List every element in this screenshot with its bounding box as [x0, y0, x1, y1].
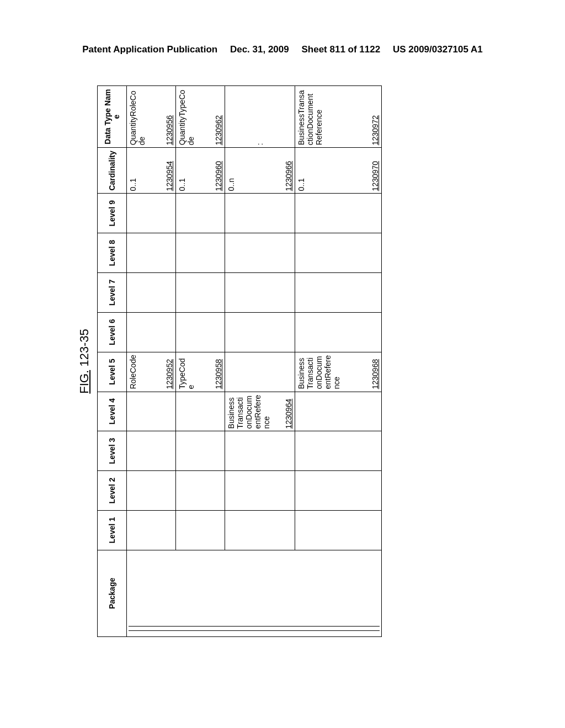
cell-l2	[127, 471, 176, 511]
cell-l7	[225, 273, 295, 313]
cell-l7	[176, 273, 225, 313]
cell-l5: BusinessTransactionDocumentReference 123…	[295, 352, 382, 392]
cell-l3	[176, 431, 225, 471]
cell-package	[127, 550, 382, 636]
cell-card-ref: 1230960	[214, 150, 223, 191]
cell-l2	[225, 471, 295, 511]
cell-l6	[295, 312, 382, 352]
cell-dtype-ref: 1230972	[371, 88, 380, 145]
col-cardinality: Cardinality	[98, 148, 127, 194]
cell-dtype-text: :	[255, 88, 264, 145]
cell-dtype: BusinessTransactionDocumentReference 123…	[295, 86, 382, 148]
cell-l5-text: BusinessTransactionDocumentReference	[297, 355, 341, 389]
col-level-5: Level 5	[98, 352, 127, 392]
cell-dtype-text: QuantityTypeCode	[178, 88, 195, 145]
figure-label-prefix: FIG.	[77, 370, 91, 394]
cell-card: 0..n 1230966	[225, 148, 295, 194]
cell-l7	[295, 273, 382, 313]
data-table: Package Level 1 Level 2 Level 3 Level 4 …	[97, 85, 382, 637]
col-package: Package	[98, 550, 127, 636]
cell-l3	[127, 431, 176, 471]
cell-l4-ref: 1230964	[284, 394, 293, 429]
col-level-7: Level 7	[98, 273, 127, 313]
col-level-4: Level 4	[98, 392, 127, 431]
cell-dtype: QuantityRoleCode 1230956	[127, 86, 176, 148]
cell-l4	[127, 392, 176, 431]
cell-card-text: 0..1	[178, 150, 186, 191]
cell-l3	[225, 431, 295, 471]
cell-l7	[127, 273, 176, 313]
cell-l9	[127, 194, 176, 233]
cell-card: 0..1 1230954	[127, 148, 176, 194]
cell-l2	[176, 471, 225, 511]
cell-l1	[176, 511, 225, 550]
cell-l4: BusinessTransactionDocumentReference 123…	[225, 392, 295, 431]
cell-l4	[295, 392, 382, 431]
cell-l8	[295, 233, 382, 273]
cell-dtype: :	[225, 86, 295, 148]
cell-l9	[225, 194, 295, 233]
cell-l1	[225, 511, 295, 550]
cell-card-text: 0..n	[227, 150, 236, 191]
cell-l5: RoleCode 1230952	[127, 352, 176, 392]
cell-card-text: 0..1	[129, 150, 137, 191]
header-left: Patent Application Publication	[82, 44, 217, 55]
col-data-type-name: Data Type Name	[98, 86, 127, 148]
cell-dtype-text: QuantityRoleCode	[129, 88, 146, 145]
col-level-8: Level 8	[98, 233, 127, 273]
cell-l5: TypeCode 1230958	[176, 352, 225, 392]
cell-card-ref: 1230970	[371, 150, 380, 191]
cell-l4	[176, 392, 225, 431]
cell-l1	[127, 511, 176, 550]
cell-l3	[295, 431, 382, 471]
table-row: RoleCode 1230952 0..1 1230954	[127, 86, 176, 637]
cell-l6	[176, 312, 225, 352]
col-level-1: Level 1	[98, 511, 127, 550]
cell-l5-text: RoleCode	[129, 355, 137, 389]
cell-card-text: 0..1	[297, 150, 306, 191]
cell-card: 0..1 1230960	[176, 148, 225, 194]
col-level-6: Level 6	[98, 312, 127, 352]
cell-l8	[225, 233, 295, 273]
cell-l5	[225, 352, 295, 392]
header-mid: Dec. 31, 2009	[230, 44, 289, 55]
cell-l4-text: BusinessTransactionDocumentReference	[227, 394, 271, 429]
cell-card-ref: 1230966	[284, 150, 293, 191]
cell-dtype-text: BusinessTransactionDocumentReference	[297, 88, 323, 145]
header-right: US 2009/0327105 A1	[393, 44, 483, 55]
cell-l8	[127, 233, 176, 273]
table-header-row: Package Level 1 Level 2 Level 3 Level 4 …	[98, 86, 127, 637]
header-sheet: Sheet 811 of 1122	[301, 44, 380, 55]
cell-l6	[225, 312, 295, 352]
col-level-9: Level 9	[98, 194, 127, 233]
page-header: Patent Application Publication Dec. 31, …	[0, 44, 565, 55]
cell-dtype-ref: 1230956	[165, 88, 174, 145]
figure-label-number: 123-35	[77, 329, 91, 370]
cell-l5-ref: 1230958	[214, 355, 223, 389]
cell-card-ref: 1230954	[165, 150, 174, 191]
cell-l9	[176, 194, 225, 233]
cell-card: 0..1 1230970	[295, 148, 382, 194]
cell-dtype: QuantityTypeCode 1230962	[176, 86, 225, 148]
cell-l5-ref: 1230952	[165, 355, 174, 389]
cell-l6	[127, 312, 176, 352]
figure-label: FIG. 123-35	[77, 85, 92, 637]
cell-l9	[295, 194, 382, 233]
cell-l2	[295, 471, 382, 511]
cell-l8	[176, 233, 225, 273]
rotated-content: FIG. 123-35 Package Level 1 Level 2 Leve…	[77, 85, 419, 637]
cell-dtype-ref: 1230962	[214, 88, 223, 145]
col-level-2: Level 2	[98, 471, 127, 511]
cell-l1	[295, 511, 382, 550]
cell-l5-ref: 1230968	[371, 355, 380, 389]
cell-l5-text: TypeCode	[178, 355, 195, 389]
col-level-3: Level 3	[98, 431, 127, 471]
